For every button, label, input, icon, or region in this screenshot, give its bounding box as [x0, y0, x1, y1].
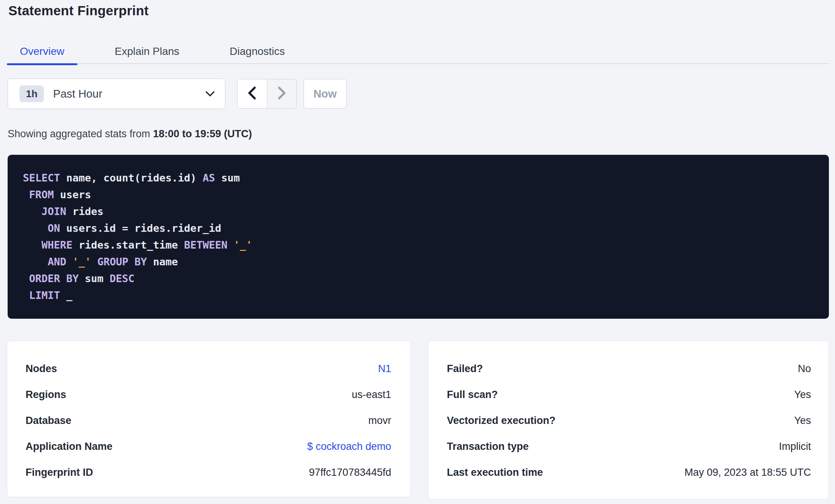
info-row-value: No — [798, 363, 811, 375]
info-row: Databasemovr — [26, 408, 391, 433]
sql-statement-box: SELECT name, count(rides.id) AS sum FROM… — [8, 155, 829, 319]
interval-badge: 1h — [19, 85, 44, 102]
interval-label: Past Hour — [53, 88, 102, 100]
info-row-value: Implicit — [779, 441, 811, 453]
info-row: Full scan?Yes — [447, 382, 811, 408]
time-pager — [237, 79, 297, 109]
info-row-label: Regions — [26, 389, 66, 401]
info-row: Last execution timeMay 09, 2023 at 18:55… — [447, 459, 811, 485]
sql-line: FROM users — [23, 186, 817, 203]
info-row-label: Application Name — [26, 441, 112, 453]
info-row-label: Last execution time — [447, 467, 543, 478]
info-row: Regionsus-east1 — [26, 382, 391, 408]
sql-line: SELECT name, count(rides.id) AS sum — [23, 170, 817, 186]
tab-label: Overview — [20, 45, 64, 58]
chevron-down-icon — [205, 90, 215, 99]
info-row-value: us-east1 — [352, 389, 391, 401]
info-row-value: Yes — [794, 389, 811, 401]
time-interval-dropdown[interactable]: 1h Past Hour — [8, 79, 225, 109]
page-title: Statement Fingerprint — [8, 3, 149, 18]
info-row-label: Fingerprint ID — [26, 467, 93, 478]
info-card-left: NodesN1Regionsus-east1DatabasemovrApplic… — [7, 341, 411, 497]
sql-line: JOIN rides — [23, 203, 817, 220]
info-row-label: Failed? — [447, 363, 483, 375]
chevron-left-icon — [247, 86, 257, 101]
now-button[interactable]: Now — [303, 79, 347, 109]
sql-line: LIMIT _ — [23, 287, 817, 304]
stats-summary: Showing aggregated stats from 18:00 to 1… — [8, 128, 252, 140]
info-row-value: May 09, 2023 at 18:55 UTC — [684, 467, 811, 478]
tab-explain-plans[interactable]: Explain Plans — [102, 39, 193, 64]
stats-range: 18:00 to 19:59 (UTC) — [153, 128, 252, 140]
next-time-button[interactable] — [267, 79, 297, 108]
info-row-label: Transaction type — [447, 441, 529, 453]
info-row: Vectorized execution?Yes — [447, 408, 811, 433]
nodes-link[interactable]: N1 — [378, 363, 391, 375]
info-row-value: 97ffc170783445fd — [309, 467, 391, 478]
tab-label: Explain Plans — [115, 45, 180, 58]
stats-prefix: Showing aggregated stats from — [8, 128, 153, 140]
tab-bar: OverviewExplain PlansDiagnostics — [7, 39, 829, 64]
statement-fingerprint-page: { "page": { "title": "Statement Fingerpr… — [0, 0, 835, 504]
tab-label: Diagnostics — [230, 45, 285, 58]
sql-line: ORDER BY sum DESC — [23, 270, 817, 287]
info-row: Transaction typeImplicit — [447, 433, 811, 459]
tab-overview[interactable]: Overview — [7, 39, 77, 64]
info-row: Application Name$ cockroach demo — [26, 433, 391, 459]
tab-diagnostics[interactable]: Diagnostics — [217, 39, 298, 64]
info-row-label: Nodes — [26, 363, 57, 375]
chevron-right-icon — [277, 86, 287, 101]
info-card-right: Failed?NoFull scan?YesVectorized executi… — [428, 341, 829, 499]
info-row-value: Yes — [794, 415, 811, 427]
info-row: NodesN1 — [26, 356, 391, 382]
sql-line: AND '_' GROUP BY name — [23, 254, 817, 270]
info-row-label: Full scan? — [447, 389, 498, 401]
sql-line: WHERE rides.start_time BETWEEN '_' — [23, 237, 817, 254]
prev-time-button[interactable] — [238, 79, 267, 108]
application-name-link[interactable]: $ cockroach demo — [307, 441, 391, 453]
info-row: Fingerprint ID97ffc170783445fd — [26, 459, 391, 485]
info-row-value: movr — [368, 415, 391, 427]
active-tab-underline — [7, 63, 77, 65]
info-row-label: Database — [26, 415, 71, 427]
info-row: Failed?No — [447, 356, 811, 382]
info-row-label: Vectorized execution? — [447, 415, 556, 427]
sql-line: ON users.id = rides.rider_id — [23, 220, 817, 237]
time-controls: 1h Past Hour Now — [8, 79, 389, 109]
sql-code: SELECT name, count(rides.id) AS sum FROM… — [23, 170, 817, 304]
